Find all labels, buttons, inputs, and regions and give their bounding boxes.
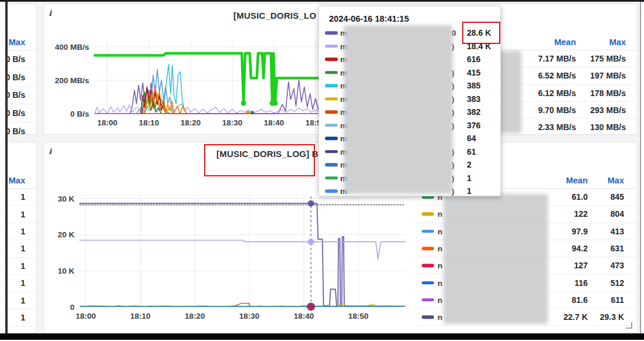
- dashboard-content: Max0 B/s0 B/s0 B/s0 B/s0 B/s Max11111111…: [8, 2, 640, 333]
- series-name-fragment: n: [438, 313, 442, 322]
- tooltip-value: 385: [467, 81, 480, 90]
- legend-max-value: 512: [611, 278, 624, 288]
- legend-max-value: 1: [21, 227, 25, 236]
- crosshair-point: [308, 238, 314, 245]
- x-axis-tick-label: 18:00: [97, 118, 118, 127]
- series-color-dash: [325, 111, 338, 114]
- left-legend-panel-bottom: Max11111111: [8, 142, 37, 333]
- series-color-dash: [422, 247, 434, 250]
- tooltip-value: 2: [467, 160, 472, 169]
- legend-max-value: 413: [611, 227, 624, 236]
- series-color-dash: [422, 315, 434, 319]
- panel-resize-handle[interactable]: [626, 322, 632, 329]
- legend-max-value: 197 MB/s: [590, 71, 626, 80]
- legend-max-value: 175 MB/s: [590, 54, 626, 63]
- legend-max-value: 631: [611, 244, 624, 253]
- legend-max-value: 293 MB/s: [590, 105, 626, 115]
- legend-mean-value: 81.6: [572, 295, 588, 305]
- legend-header-row: Max: [8, 172, 36, 189]
- series-name-fragment: n: [438, 295, 442, 304]
- series-color-dash: [422, 230, 434, 233]
- series-color-dash: [422, 264, 434, 268]
- crosshair-point: [307, 302, 315, 311]
- legend-max-value: 0 B/s: [8, 73, 25, 82]
- legend-mean-header[interactable]: Mean: [566, 176, 588, 185]
- series-color-dash: [325, 84, 338, 88]
- tooltip-timestamp: 2024-06-16 18:41:15: [329, 14, 409, 23]
- info-icon[interactable]: i: [49, 147, 52, 156]
- series-color-dash: [325, 124, 338, 127]
- tooltip-value: 616: [467, 54, 480, 64]
- x-axis-tick-label: 18:10: [139, 118, 160, 127]
- tooltip-value: 382: [467, 107, 480, 117]
- series-color-dash: [325, 32, 338, 35]
- screenshot-frame: Max0 B/s0 B/s0 B/s0 B/s0 B/s Max11111111…: [0, 0, 644, 341]
- legend-max-value: 0 B/s: [8, 127, 25, 136]
- legend-max-value: 29.3 K: [600, 312, 624, 322]
- legend-max-value: 611: [611, 295, 624, 305]
- y-axis-tick-label: 0 B/s: [70, 110, 89, 118]
- legend-max-value: 1: [21, 313, 25, 322]
- legend-row[interactable]: 1: [8, 206, 36, 223]
- x-axis-tick-label: 18:10: [130, 312, 151, 320]
- series-color-dash: [325, 150, 338, 154]
- left-legend-table-bottom: Max11111111: [8, 172, 36, 326]
- y-axis-tick-label: 10 K: [57, 267, 74, 275]
- chart-bottom-svg: [80, 195, 405, 307]
- legend-row[interactable]: 0 B/s: [8, 104, 36, 122]
- panel-title-top[interactable]: [MUSIC_DORIS_LO: [233, 11, 316, 21]
- series-color-dash: [325, 45, 338, 48]
- legend-max-header[interactable]: Max: [9, 176, 25, 185]
- series-color-dash: [422, 213, 434, 216]
- legend-row[interactable]: 1: [8, 240, 36, 257]
- series-color-dash: [325, 137, 338, 141]
- legend-max-header[interactable]: Max: [9, 37, 25, 47]
- legend-max-value: 1: [21, 261, 25, 271]
- y-axis-tick-label: 30 K: [57, 194, 74, 203]
- x-axis-tick-label: 18:30: [222, 118, 243, 127]
- legend-mean-value: 6.12 MB/s: [538, 88, 576, 98]
- legend-row[interactable]: 1: [8, 223, 36, 240]
- legend-mean-value: 122: [574, 209, 588, 219]
- legend-max-value: 0 B/s: [8, 108, 25, 118]
- legend-row[interactable]: 1: [8, 258, 36, 275]
- series-marker: [250, 111, 254, 114]
- blurred-series-names-tooltip: [344, 25, 453, 194]
- legend-max-header[interactable]: Max: [609, 37, 626, 47]
- legend-row[interactable]: 0 B/s: [8, 69, 36, 87]
- tooltip-value: 383: [467, 94, 480, 104]
- y-axis-tick-label: 200 MB/s: [55, 76, 89, 84]
- series-name-fragment: n: [438, 227, 442, 236]
- series-marker: [273, 101, 278, 106]
- legend-mean-value: 7.17 MB/s: [538, 54, 576, 63]
- series-color-dash: [325, 97, 338, 101]
- legend-row[interactable]: 1: [8, 275, 36, 292]
- legend-max-header[interactable]: Max: [608, 176, 624, 185]
- legend-row[interactable]: 1: [8, 292, 36, 309]
- legend-max-value: 1: [21, 210, 25, 219]
- legend-max-value: 0 B/s: [8, 54, 25, 64]
- annotation-box-tooltip-value: [462, 22, 500, 44]
- legend-max-value: 1: [21, 296, 25, 305]
- x-axis-tick-label: 18:40: [294, 312, 314, 320]
- series-line-lavender-baseline: [95, 104, 328, 114]
- legend-max-value: 1: [21, 278, 25, 288]
- legend-row[interactable]: 1: [8, 309, 36, 326]
- series-marker: [246, 111, 250, 114]
- legend-mean-value: 116: [574, 278, 588, 288]
- tooltip-value: 1: [467, 186, 472, 196]
- legend-mean-header[interactable]: Mean: [554, 37, 576, 47]
- legend-row[interactable]: 1: [8, 189, 36, 206]
- legend-row[interactable]: 0 B/s: [8, 122, 36, 141]
- tooltip-value: 61: [467, 147, 476, 156]
- info-icon[interactable]: i: [49, 9, 52, 18]
- chart-plot-bottom[interactable]: 18:0018:1018:2018:3018:4018:50010 K20 K3…: [80, 195, 405, 307]
- legend-row[interactable]: 0 B/s: [8, 87, 36, 105]
- series-name-fragment: n: [438, 278, 442, 287]
- x-axis-tick-label: 18:20: [185, 312, 205, 320]
- series-marker: [241, 101, 246, 106]
- legend-row[interactable]: 0 B/s: [8, 50, 36, 69]
- series-color-dash: [325, 190, 338, 193]
- blurred-series-names-bottom: [443, 194, 548, 324]
- legend-max-value: 178 MB/s: [590, 88, 626, 98]
